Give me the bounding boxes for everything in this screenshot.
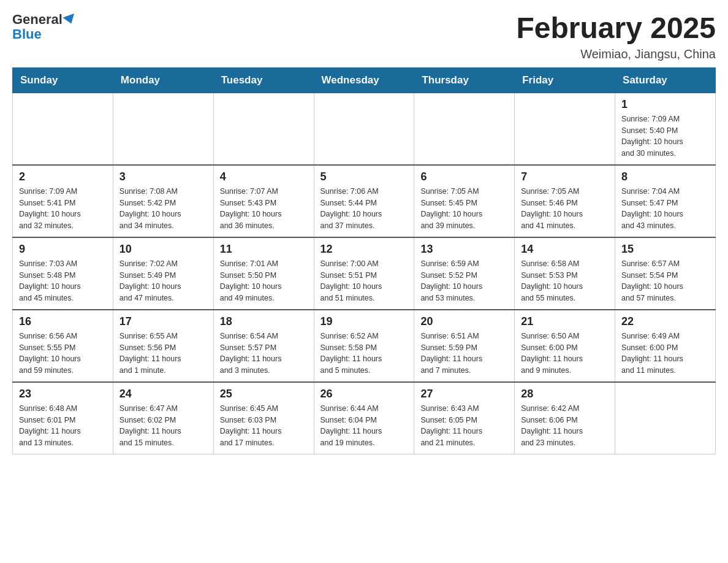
- day-info: Sunrise: 7:05 AM Sunset: 5:46 PM Dayligh…: [521, 186, 609, 232]
- day-info: Sunrise: 7:09 AM Sunset: 5:41 PM Dayligh…: [19, 186, 107, 232]
- day-number: 2: [19, 170, 107, 183]
- day-number: 23: [19, 388, 107, 400]
- calendar-cell: 1Sunrise: 7:09 AM Sunset: 5:40 PM Daylig…: [615, 93, 716, 165]
- day-number: 18: [220, 315, 308, 328]
- calendar-header-row: SundayMondayTuesdayWednesdayThursdayFrid…: [13, 67, 716, 93]
- day-number: 7: [521, 170, 609, 183]
- calendar-cell: [414, 93, 515, 165]
- day-number: 16: [19, 315, 107, 328]
- calendar-cell: 5Sunrise: 7:06 AM Sunset: 5:44 PM Daylig…: [314, 165, 414, 237]
- calendar-table: SundayMondayTuesdayWednesdayThursdayFrid…: [12, 67, 716, 454]
- calendar-title: February 2025: [516, 12, 716, 45]
- day-number: 25: [220, 388, 308, 400]
- day-info: Sunrise: 7:08 AM Sunset: 5:42 PM Dayligh…: [119, 186, 207, 232]
- day-info: Sunrise: 6:48 AM Sunset: 6:01 PM Dayligh…: [19, 403, 107, 449]
- calendar-week-row: 9Sunrise: 7:03 AM Sunset: 5:48 PM Daylig…: [13, 237, 716, 310]
- day-number: 22: [621, 315, 709, 328]
- day-info: Sunrise: 6:57 AM Sunset: 5:54 PM Dayligh…: [621, 258, 709, 304]
- calendar-cell: 17Sunrise: 6:55 AM Sunset: 5:56 PM Dayli…: [113, 310, 213, 382]
- logo: General Blue: [12, 12, 76, 42]
- logo-general-text: General: [12, 12, 63, 27]
- day-info: Sunrise: 6:55 AM Sunset: 5:56 PM Dayligh…: [119, 331, 207, 377]
- calendar-header-wednesday: Wednesday: [314, 67, 414, 93]
- calendar-cell: 4Sunrise: 7:07 AM Sunset: 5:43 PM Daylig…: [213, 165, 314, 237]
- day-info: Sunrise: 6:42 AM Sunset: 6:06 PM Dayligh…: [521, 403, 609, 449]
- day-number: 24: [119, 388, 207, 400]
- calendar-cell: 11Sunrise: 7:01 AM Sunset: 5:50 PM Dayli…: [213, 237, 314, 310]
- page-header: General Blue February 2025 Weimiao, Jian…: [12, 12, 716, 61]
- calendar-subtitle: Weimiao, Jiangsu, China: [516, 47, 716, 61]
- day-info: Sunrise: 6:50 AM Sunset: 6:00 PM Dayligh…: [521, 331, 609, 377]
- logo-blue-text: Blue: [12, 26, 42, 42]
- day-number: 17: [119, 315, 207, 328]
- day-info: Sunrise: 6:47 AM Sunset: 6:02 PM Dayligh…: [119, 403, 207, 449]
- day-number: 6: [420, 170, 508, 183]
- calendar-header-saturday: Saturday: [615, 67, 716, 93]
- day-number: 21: [521, 315, 609, 328]
- day-number: 4: [220, 170, 308, 183]
- day-info: Sunrise: 6:56 AM Sunset: 5:55 PM Dayligh…: [19, 331, 107, 377]
- calendar-cell: [213, 93, 314, 165]
- day-number: 1: [621, 98, 709, 111]
- calendar-header-tuesday: Tuesday: [213, 67, 314, 93]
- day-number: 20: [420, 315, 508, 328]
- calendar-cell: [13, 93, 113, 165]
- calendar-cell: 20Sunrise: 6:51 AM Sunset: 5:59 PM Dayli…: [414, 310, 515, 382]
- day-info: Sunrise: 6:59 AM Sunset: 5:52 PM Dayligh…: [420, 258, 508, 304]
- day-info: Sunrise: 6:49 AM Sunset: 6:00 PM Dayligh…: [621, 331, 709, 377]
- day-info: Sunrise: 7:01 AM Sunset: 5:50 PM Dayligh…: [220, 258, 308, 304]
- calendar-cell: 3Sunrise: 7:08 AM Sunset: 5:42 PM Daylig…: [113, 165, 213, 237]
- calendar-header-monday: Monday: [113, 67, 213, 93]
- calendar-week-row: 23Sunrise: 6:48 AM Sunset: 6:01 PM Dayli…: [13, 382, 716, 454]
- calendar-cell: 26Sunrise: 6:44 AM Sunset: 6:04 PM Dayli…: [314, 382, 414, 454]
- calendar-week-row: 2Sunrise: 7:09 AM Sunset: 5:41 PM Daylig…: [13, 165, 716, 237]
- day-number: 14: [521, 243, 609, 256]
- day-number: 26: [320, 388, 408, 400]
- day-info: Sunrise: 6:44 AM Sunset: 6:04 PM Dayligh…: [320, 403, 408, 449]
- calendar-cell: 27Sunrise: 6:43 AM Sunset: 6:05 PM Dayli…: [414, 382, 515, 454]
- calendar-cell: 13Sunrise: 6:59 AM Sunset: 5:52 PM Dayli…: [414, 237, 515, 310]
- calendar-cell: [314, 93, 414, 165]
- calendar-cell: 2Sunrise: 7:09 AM Sunset: 5:41 PM Daylig…: [13, 165, 113, 237]
- day-number: 13: [420, 243, 508, 256]
- calendar-cell: 6Sunrise: 7:05 AM Sunset: 5:45 PM Daylig…: [414, 165, 515, 237]
- day-info: Sunrise: 7:09 AM Sunset: 5:40 PM Dayligh…: [621, 113, 709, 159]
- calendar-cell: 9Sunrise: 7:03 AM Sunset: 5:48 PM Daylig…: [13, 237, 113, 310]
- calendar-cell: 22Sunrise: 6:49 AM Sunset: 6:00 PM Dayli…: [615, 310, 716, 382]
- calendar-cell: 19Sunrise: 6:52 AM Sunset: 5:58 PM Dayli…: [314, 310, 414, 382]
- calendar-header-friday: Friday: [515, 67, 615, 93]
- day-number: 3: [119, 170, 207, 183]
- day-info: Sunrise: 6:54 AM Sunset: 5:57 PM Dayligh…: [220, 331, 308, 377]
- calendar-cell: 23Sunrise: 6:48 AM Sunset: 6:01 PM Dayli…: [13, 382, 113, 454]
- day-info: Sunrise: 7:00 AM Sunset: 5:51 PM Dayligh…: [320, 258, 408, 304]
- day-number: 8: [621, 170, 709, 183]
- day-info: Sunrise: 6:58 AM Sunset: 5:53 PM Dayligh…: [521, 258, 609, 304]
- day-info: Sunrise: 7:02 AM Sunset: 5:49 PM Dayligh…: [119, 258, 207, 304]
- day-number: 28: [521, 388, 609, 400]
- day-number: 27: [420, 388, 508, 400]
- calendar-cell: [515, 93, 615, 165]
- calendar-cell: 7Sunrise: 7:05 AM Sunset: 5:46 PM Daylig…: [515, 165, 615, 237]
- calendar-cell: 16Sunrise: 6:56 AM Sunset: 5:55 PM Dayli…: [13, 310, 113, 382]
- day-number: 9: [19, 243, 107, 256]
- calendar-week-row: 16Sunrise: 6:56 AM Sunset: 5:55 PM Dayli…: [13, 310, 716, 382]
- calendar-week-row: 1Sunrise: 7:09 AM Sunset: 5:40 PM Daylig…: [13, 93, 716, 165]
- calendar-cell: [615, 382, 716, 454]
- day-info: Sunrise: 7:03 AM Sunset: 5:48 PM Dayligh…: [19, 258, 107, 304]
- calendar-cell: 10Sunrise: 7:02 AM Sunset: 5:49 PM Dayli…: [113, 237, 213, 310]
- day-info: Sunrise: 6:52 AM Sunset: 5:58 PM Dayligh…: [320, 331, 408, 377]
- calendar-cell: 21Sunrise: 6:50 AM Sunset: 6:00 PM Dayli…: [515, 310, 615, 382]
- calendar-header-thursday: Thursday: [414, 67, 515, 93]
- day-info: Sunrise: 7:06 AM Sunset: 5:44 PM Dayligh…: [320, 186, 408, 232]
- calendar-cell: 18Sunrise: 6:54 AM Sunset: 5:57 PM Dayli…: [213, 310, 314, 382]
- day-number: 10: [119, 243, 207, 256]
- day-number: 12: [320, 243, 408, 256]
- day-info: Sunrise: 6:51 AM Sunset: 5:59 PM Dayligh…: [420, 331, 508, 377]
- calendar-header-sunday: Sunday: [13, 67, 113, 93]
- day-number: 5: [320, 170, 408, 183]
- calendar-cell: 12Sunrise: 7:00 AM Sunset: 5:51 PM Dayli…: [314, 237, 414, 310]
- calendar-cell: 24Sunrise: 6:47 AM Sunset: 6:02 PM Dayli…: [113, 382, 213, 454]
- day-info: Sunrise: 7:05 AM Sunset: 5:45 PM Dayligh…: [420, 186, 508, 232]
- day-number: 11: [220, 243, 308, 256]
- day-number: 19: [320, 315, 408, 328]
